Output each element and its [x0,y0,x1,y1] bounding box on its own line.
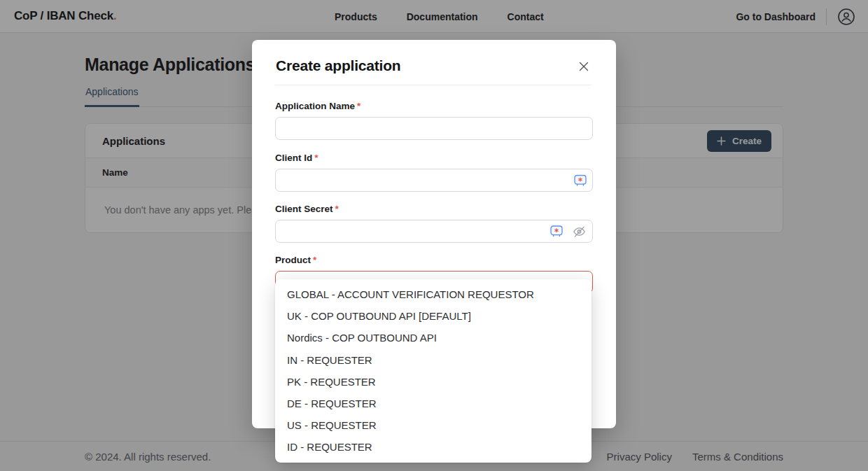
client-secret-input[interactable] [275,220,593,243]
application-name-label-text: Application Name [275,101,355,111]
product-option[interactable]: ID - REQUESTER [275,436,592,458]
modal-header: Create application [276,57,591,74]
close-icon [578,64,589,74]
client-secret-label: Client Secret* [275,204,339,214]
product-option[interactable]: DE - REQUESTER [275,393,592,414]
required-asterisk: * [314,153,318,163]
product-label-text: Product [275,255,311,265]
application-name-label: Application Name* [275,101,360,111]
product-option[interactable]: Nordics - COP OUTBOUND API [275,327,592,349]
eye-off-icon [572,230,587,241]
client-secret-field-icons [550,225,587,239]
client-secret-field [275,220,593,243]
password-manager-button[interactable] [574,174,587,186]
client-id-label: Client Id* [275,153,318,163]
required-asterisk: * [357,101,360,111]
required-asterisk: * [335,204,339,214]
toggle-secret-visibility-button[interactable] [572,225,587,239]
client-id-field-icons [574,174,587,186]
product-option[interactable]: US - REQUESTER [275,414,592,436]
client-id-input[interactable] [275,169,593,192]
product-option[interactable]: GLOBAL - ACCOUNT VERIFICATION REQUESTOR [275,283,592,305]
password-manager-icon [550,229,563,239]
application-name-input[interactable] [275,117,593,140]
modal-title: Create application [276,57,400,74]
password-manager-icon [574,178,587,188]
client-id-field [275,169,593,192]
screen: CoP / IBAN Check. Products Documentation… [0,0,868,471]
product-dropdown-list: GLOBAL - ACCOUNT VERIFICATION REQUESTOR … [275,279,592,463]
client-id-label-text: Client Id [275,153,312,163]
product-option[interactable]: IN - REQUESTER [275,349,592,371]
close-button[interactable] [577,59,591,73]
client-secret-label-text: Client Secret [275,204,333,214]
password-manager-button[interactable] [550,225,563,237]
product-option[interactable]: UK - COP OUTBOUND API [DEFAULT] [275,305,592,327]
product-label: Product* [275,255,316,265]
product-option[interactable]: PK - REQUESTER [275,371,592,393]
modal-divider [275,85,592,85]
required-asterisk: * [313,255,316,265]
